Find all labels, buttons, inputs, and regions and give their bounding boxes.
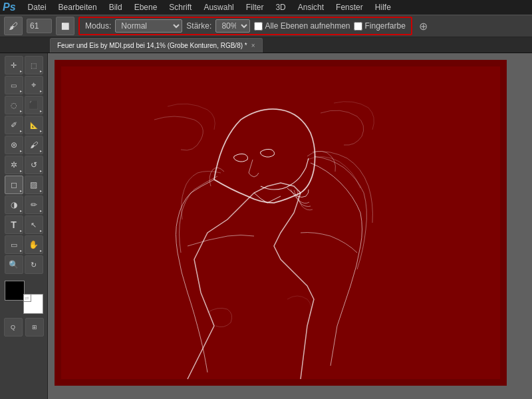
quick-mask-mode[interactable]: Q [4, 318, 23, 336]
swap-colors-icon[interactable]: ⇄ [23, 294, 31, 302]
tool-row-8: ◑ ▸ ✏ ▸ [5, 196, 43, 214]
modus-label: Modus: [85, 21, 111, 31]
hand-tool[interactable]: ✋ ▸ [25, 235, 43, 254]
alle-ebenen-label: Alle Ebenen aufnehmen [265, 21, 350, 31]
eyedropper-tool[interactable]: ✐ ▸ [5, 116, 23, 134]
clone-stamp-tool[interactable]: ✲ ▸ [5, 156, 23, 174]
tab-bar: Feuer und Eis by MDI.psd bei 14,1% (Grob… [0, 37, 532, 53]
tool-row-11: 🔍 ↻ [5, 255, 43, 274]
tablet-pressure-icon[interactable]: ⬜ [56, 17, 74, 35]
alle-ebenen-item: Alle Ebenen aufnehmen [254, 21, 350, 31]
fingerfarbe-item: Fingerfarbe [354, 21, 405, 31]
brush-options-group: Modus: Normal Multiplizieren Abwedeln St… [78, 17, 412, 35]
tool-row-9: T ▸ ↖ ▸ [5, 215, 43, 234]
canvas-artwork [55, 60, 507, 386]
menu-schrift[interactable]: Schrift [164, 1, 197, 13]
brush-tool active[interactable]: 🖌 ▸ [25, 136, 43, 154]
menu-ansicht[interactable]: Ansicht [293, 1, 329, 13]
menu-ebene[interactable]: Ebene [129, 1, 163, 13]
tool-row-1: ✛ ▸ ⬚ ▸ [5, 56, 43, 74]
color-swatches: ⇄ [5, 281, 43, 314]
dodge-tool[interactable]: ◑ ▸ [5, 196, 23, 214]
tool-row-7: ◻ ▸ ▨ ▸ [5, 176, 43, 194]
tool-row-5: ⊛ ▸ 🖌 ▸ [5, 136, 43, 154]
lasso-tool[interactable]: ⌖ ▸ [25, 76, 43, 94]
menu-bild[interactable]: Bild [104, 1, 128, 13]
svg-rect-1 [61, 66, 500, 379]
artboard-tool[interactable]: ⬚ ▸ [25, 56, 43, 74]
fingerfarbe-checkbox[interactable] [354, 22, 362, 31]
mode-buttons: Q ⊞ [4, 318, 44, 336]
quick-select-tool[interactable]: ◌ ▸ [5, 96, 23, 114]
fingerfarbe-label: Fingerfarbe [364, 21, 405, 31]
main-area: ✛ ▸ ⬚ ▸ ▭ ▸ ⌖ ▸ ◌ ▸ ⬛ [0, 53, 532, 399]
foreground-color-swatch[interactable] [5, 281, 25, 301]
tab-label: Feuer und Eis by MDI.psd bei 14,1% (Grob… [57, 42, 247, 49]
workspace-target-icon[interactable]: ⊕ [416, 19, 431, 33]
document-tab[interactable]: Feuer und Eis by MDI.psd bei 14,1% (Grob… [50, 38, 263, 53]
move-tool[interactable]: ✛ ▸ [5, 56, 23, 74]
zoom-tool[interactable]: 🔍 [5, 255, 23, 274]
tool-options-bar: 🖌 61 ⬜ Modus: Normal Multiplizieren Abwe… [0, 15, 532, 37]
path-select-tool[interactable]: ↖ ▸ [25, 215, 43, 234]
type-tool[interactable]: T ▸ [5, 215, 23, 234]
canvas-area [48, 53, 532, 399]
tool-row-10: ▭ ▸ ✋ ▸ [5, 235, 43, 254]
pen-tool[interactable]: ✏ ▸ [25, 196, 43, 214]
menu-hilfe[interactable]: Hilfe [370, 1, 396, 13]
brush-size-input[interactable]: 61 [27, 19, 52, 33]
tool-row-2: ▭ ▸ ⌖ ▸ [5, 76, 43, 94]
gradient-tool[interactable]: ▨ ▸ [25, 176, 43, 194]
tool-row-4: ✐ ▸ 📐 ▸ [5, 116, 43, 134]
alle-ebenen-checkbox[interactable] [254, 22, 263, 31]
menu-3d[interactable]: 3D [270, 1, 291, 13]
menu-auswahl[interactable]: Auswahl [198, 1, 239, 13]
screen-mode[interactable]: ⊞ [25, 318, 44, 336]
spot-heal-tool[interactable]: ⊛ ▸ [5, 136, 23, 154]
brush-preset-picker[interactable]: 🖌 [4, 17, 23, 35]
menu-bearbeiten[interactable]: Bearbeiten [53, 1, 102, 13]
tool-row-3: ◌ ▸ ⬛ ▸ [5, 96, 43, 114]
menu-datei[interactable]: Datei [23, 1, 52, 13]
crop-tool[interactable]: ⬛ ▸ [25, 96, 43, 114]
menu-bar: Ps Datei Bearbeiten Bild Ebene Schrift A… [0, 0, 532, 15]
eraser-tool[interactable]: ◻ ▸ [5, 176, 23, 194]
app-logo: Ps [3, 1, 16, 13]
tab-close-button[interactable]: × [251, 42, 255, 49]
canvas-container [55, 60, 532, 399]
toolbox: ✛ ▸ ⬚ ▸ ▭ ▸ ⌖ ▸ ◌ ▸ ⬛ [0, 53, 48, 399]
shape-tool[interactable]: ▭ ▸ [5, 235, 23, 254]
rotate-view-tool[interactable]: ↻ [25, 255, 43, 274]
modus-select[interactable]: Normal Multiplizieren Abwedeln [115, 19, 182, 33]
menu-fenster[interactable]: Fenster [331, 1, 368, 13]
tool-row-6: ✲ ▸ ↺ ▸ [5, 156, 43, 174]
history-brush-tool[interactable]: ↺ ▸ [25, 156, 43, 174]
marquee-tool[interactable]: ▭ ▸ [5, 76, 23, 94]
menu-filter[interactable]: Filter [241, 1, 269, 13]
staerke-select[interactable]: 80% 50% 100% [215, 19, 250, 33]
ruler-tool[interactable]: 📐 ▸ [25, 116, 43, 134]
staerke-label: Stärke: [186, 21, 211, 31]
